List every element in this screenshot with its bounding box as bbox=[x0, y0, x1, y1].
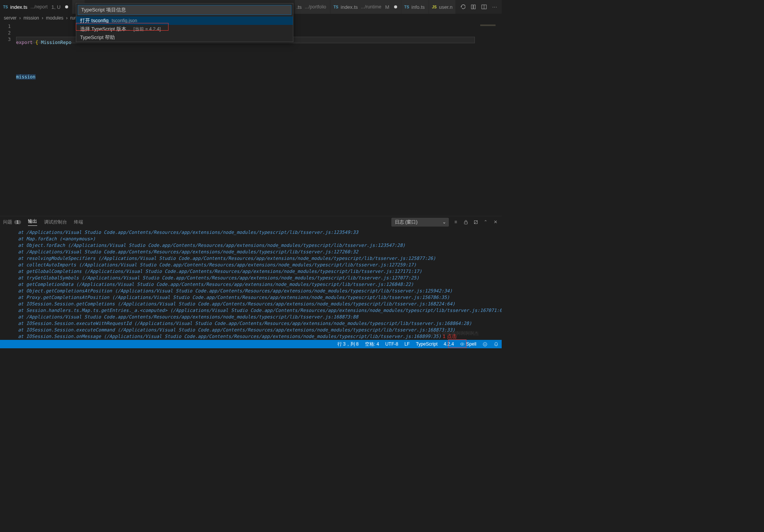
breadcrumb-segment[interactable]: server bbox=[4, 15, 16, 21]
line-number: 3 bbox=[0, 37, 16, 43]
status-eol[interactable]: LF bbox=[401, 340, 413, 348]
tab-label: .ts bbox=[296, 4, 302, 10]
tab-index-runtime[interactable]: TS index.ts .../runtime M bbox=[330, 0, 401, 14]
quick-input-textbox[interactable]: TypeScript 项目信息 bbox=[78, 5, 291, 15]
status-feedback[interactable] bbox=[479, 340, 491, 348]
output-line: at /Applications/Visual Studio Code.app/… bbox=[7, 314, 502, 320]
line-number: 2 bbox=[0, 30, 16, 37]
output-line: at IOSession.Session.executeWithRequestI… bbox=[7, 320, 502, 327]
ts-icon: TS bbox=[3, 5, 8, 9]
qi-detail: [当前 = 4.2.4] bbox=[133, 26, 160, 33]
svg-point-10 bbox=[484, 343, 484, 344]
output-line: at Object.getCompletionsAtPosition (/App… bbox=[7, 288, 502, 294]
output-line: at Proxy.getCompletionsAtPosition (/Appl… bbox=[7, 294, 502, 301]
line-number: 1 bbox=[0, 24, 16, 30]
tab-label: info.ts bbox=[411, 4, 425, 10]
tab-status: 1, U bbox=[51, 4, 61, 10]
output-line: at /Applications/Visual Studio Code.app/… bbox=[7, 229, 502, 236]
qi-label: TypeScript 帮助 bbox=[80, 34, 115, 41]
tab-label: index.ts bbox=[10, 4, 28, 10]
close-icon[interactable]: ✕ bbox=[492, 219, 499, 225]
output-line: at Session.handlers.ts.Map.ts.getEntries… bbox=[7, 307, 502, 314]
svg-rect-4 bbox=[464, 222, 467, 224]
spell-label: Spell bbox=[466, 341, 476, 347]
output-panel[interactable]: at /Applications/Visual Studio Code.app/… bbox=[0, 228, 502, 343]
log-channel-select[interactable]: 日志 (窗口) ⌄ bbox=[391, 218, 449, 227]
svg-point-9 bbox=[483, 342, 487, 346]
clear-icon[interactable] bbox=[473, 219, 479, 225]
problems-badge: 1 bbox=[14, 220, 21, 224]
status-spaces[interactable]: 空格: 4 bbox=[362, 340, 382, 348]
chevron-right-icon: › bbox=[66, 15, 67, 21]
js-icon: JS bbox=[432, 5, 437, 9]
svg-point-11 bbox=[486, 343, 486, 344]
pt-label: 问题 bbox=[3, 219, 12, 225]
tab-index-report[interactable]: TS index.ts .../report 1, U bbox=[0, 0, 72, 14]
tab-portfolio[interactable]: .ts .../portfolio bbox=[295, 0, 330, 14]
svg-line-6 bbox=[474, 220, 477, 224]
selected-text: mission bbox=[16, 74, 36, 80]
svg-rect-1 bbox=[474, 5, 475, 9]
lock-icon[interactable] bbox=[463, 219, 469, 225]
breadcrumb-segment[interactable]: modules bbox=[46, 15, 63, 21]
tab-path: .../report bbox=[31, 4, 48, 10]
status-linecol[interactable]: 行 3，列 8 bbox=[334, 340, 362, 348]
output-line: at Object.forEach (/Applications/Visual … bbox=[7, 242, 502, 249]
status-language[interactable]: TypeScript bbox=[413, 340, 441, 348]
output-line: at IOSession.Session.onMessage (/Applica… bbox=[7, 333, 502, 340]
status-spellcheck[interactable]: Spell bbox=[457, 340, 479, 348]
panel-tab-terminal[interactable]: 终端 bbox=[74, 219, 83, 225]
quick-input-item-ts-help[interactable]: TypeScript 帮助 bbox=[76, 33, 293, 42]
output-line: at collectAutoImports (/Applications/Vis… bbox=[7, 262, 502, 268]
qi-label: 选择 TypeScript 版本... bbox=[80, 26, 130, 33]
output-line: at getCompletionData (/Applications/Visu… bbox=[7, 281, 502, 288]
pt-label: 输出 bbox=[28, 218, 37, 225]
minimap-mark bbox=[480, 24, 496, 26]
status-encoding[interactable]: UTF-8 bbox=[382, 340, 401, 348]
quick-input-item-select-ts-version[interactable]: 选择 TypeScript 版本... [当前 = 4.2.4] bbox=[76, 25, 293, 33]
status-bar: 行 3，列 8 空格: 4 UTF-8 LF TypeScript 4.2.4 … bbox=[0, 340, 502, 348]
panel-tab-output[interactable]: 输出 bbox=[28, 218, 37, 226]
code-area[interactable]: export { MissionRepo mission bbox=[16, 22, 479, 216]
eye-icon bbox=[460, 342, 465, 346]
tab-status: M bbox=[385, 4, 389, 10]
qi-label: 打开 tsconfig bbox=[80, 17, 108, 24]
diff-icon[interactable] bbox=[470, 4, 476, 10]
tab-user[interactable]: JS user.n bbox=[429, 0, 456, 14]
chevron-up-icon[interactable]: ⌃ bbox=[483, 219, 489, 225]
status-notifications[interactable] bbox=[491, 340, 502, 348]
output-line: at /Applications/Visual Studio Code.app/… bbox=[7, 249, 502, 255]
undo-icon[interactable] bbox=[460, 4, 466, 10]
svg-point-8 bbox=[462, 344, 463, 344]
svg-rect-0 bbox=[471, 5, 473, 9]
tab-path: .../runtime bbox=[361, 4, 381, 10]
output-line: at tryGetGlobalSymbols (/Applications/Vi… bbox=[7, 275, 502, 281]
status-ts-version[interactable]: 4.2.4 bbox=[441, 340, 457, 348]
placeholder: TypeScript 项目信息 bbox=[81, 7, 126, 13]
panel-tab-problems[interactable]: 问题 1 bbox=[3, 219, 21, 225]
panel-tabs: 问题 1 输出 调试控制台 终端 日志 (窗口) ⌄ ≡ ⌃ ✕ bbox=[0, 216, 502, 228]
output-line: at IOSession.Session.executeCommand (/Ap… bbox=[7, 327, 502, 333]
output-line: at Map.forEach (<anonymous>) bbox=[7, 236, 502, 242]
output-line: at getGlobalCompletions (/Applications/V… bbox=[7, 268, 502, 275]
ts-icon: TS bbox=[334, 5, 339, 9]
ts-icon: TS bbox=[404, 5, 409, 9]
minimap[interactable] bbox=[479, 22, 502, 216]
quick-input-item-open-tsconfig[interactable]: 打开 tsconfig tsconfig.json bbox=[76, 16, 293, 25]
output-line: at IOSession.Session.getCompletions (/Ap… bbox=[7, 301, 502, 307]
list-icon[interactable]: ≡ bbox=[453, 219, 459, 225]
smile-icon bbox=[483, 342, 488, 347]
panel-tab-debug[interactable]: 调试控制台 bbox=[44, 219, 67, 225]
split-icon[interactable] bbox=[481, 4, 487, 10]
more-icon[interactable]: ··· bbox=[492, 4, 498, 10]
breadcrumb-segment[interactable]: mission bbox=[23, 15, 39, 21]
tab-info[interactable]: TS info.ts bbox=[401, 0, 429, 14]
log-select-label: 日志 (窗口) bbox=[395, 219, 417, 225]
pt-label: 终端 bbox=[74, 219, 83, 225]
quick-input: TypeScript 项目信息 打开 tsconfig tsconfig.jso… bbox=[76, 3, 293, 42]
editor[interactable]: 1 2 3 export { MissionRepo mission bbox=[0, 22, 502, 216]
chevron-right-icon: › bbox=[42, 15, 43, 21]
dirty-dot-icon bbox=[65, 5, 68, 8]
chevron-right-icon: › bbox=[19, 15, 21, 21]
pt-label: 调试控制台 bbox=[44, 219, 67, 225]
